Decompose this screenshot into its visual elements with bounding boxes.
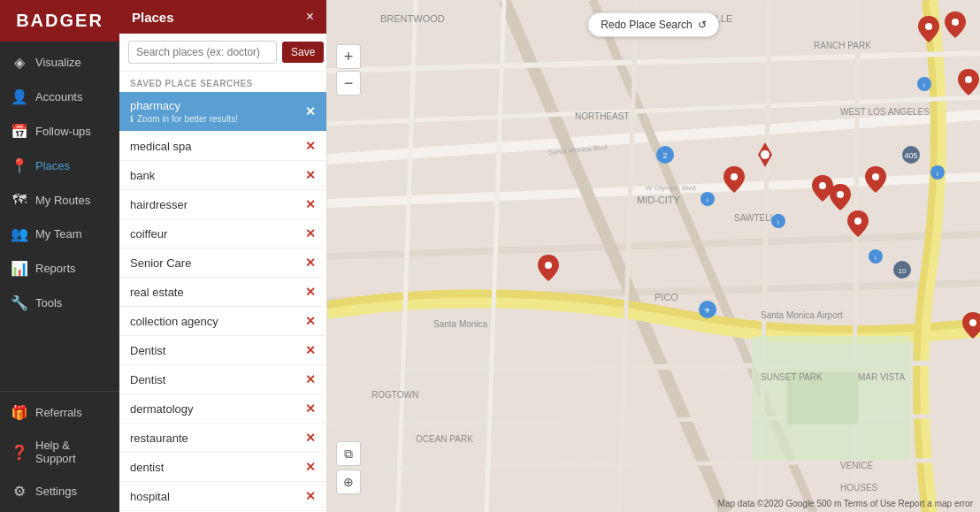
delete-search-button[interactable]: ✕ — [305, 489, 316, 503]
map-area[interactable]: BRENTWOOD SAWTELLE RANCH PARK NORTHEAST … — [327, 0, 980, 512]
place-list-item[interactable]: real estate✕ — [119, 278, 326, 307]
place-list-item[interactable]: medical spa✕ — [119, 132, 326, 161]
tools-icon: 🔧 — [11, 294, 28, 311]
place-list-item[interactable]: Dentist✕ — [119, 336, 326, 365]
svg-text:HOUSES: HOUSES — [840, 483, 878, 493]
delete-search-button[interactable]: ✕ — [305, 431, 316, 445]
map-layer-button[interactable]: ⧉ — [336, 441, 361, 466]
place-list-item[interactable]: bank✕ — [119, 161, 326, 190]
sidebar-item-label: My Team — [35, 227, 82, 241]
svg-point-47 — [837, 191, 844, 198]
place-list-item[interactable]: Senior Care✕ — [119, 248, 326, 278]
sidebar-item-accounts[interactable]: 👤 Accounts — [0, 80, 119, 114]
svg-text:MID-CITY: MID-CITY — [637, 195, 681, 205]
svg-text:W Olympic Blvd: W Olympic Blvd — [646, 184, 695, 192]
delete-search-button[interactable]: ✕ — [305, 197, 316, 211]
place-name: Dentist — [130, 344, 165, 357]
map-location-button[interactable]: ⊕ — [336, 470, 361, 494]
svg-point-52 — [969, 319, 976, 326]
svg-text:i: i — [707, 196, 708, 204]
sidebar-item-follow-ups[interactable]: 📅 Follow-ups — [0, 114, 119, 149]
sidebar-item-visualize[interactable]: ◈ Visualize — [0, 45, 119, 80]
sidebar-item-my-routes[interactable]: 🗺 My Routes — [0, 183, 119, 217]
my-routes-icon: 🗺 — [11, 192, 28, 208]
save-button[interactable]: Save — [282, 42, 324, 63]
svg-text:i: i — [923, 81, 925, 89]
place-name: dentist — [130, 461, 164, 474]
svg-text:ROGTOWN: ROGTOWN — [371, 390, 418, 400]
delete-search-button[interactable]: ✕ — [305, 314, 316, 328]
sidebar-item-tools[interactable]: 🔧 Tools — [0, 286, 119, 320]
delete-search-button[interactable]: ✕ — [305, 285, 316, 299]
places-close-button[interactable]: × — [306, 9, 314, 25]
place-list-item[interactable]: hairdresser✕ — [119, 190, 326, 219]
delete-search-button[interactable]: ✕ — [305, 372, 316, 386]
sidebar-item-help-support[interactable]: ❓ Help & Support — [0, 430, 119, 474]
places-icon: 📍 — [11, 157, 28, 174]
sidebar-item-label: Referrals — [35, 406, 82, 419]
place-list-item[interactable]: hospital✕ — [119, 482, 326, 511]
delete-search-button[interactable]: ✕ — [305, 460, 316, 474]
svg-text:405: 405 — [904, 151, 917, 160]
svg-point-48 — [872, 173, 879, 180]
svg-text:RANCH PARK: RANCH PARK — [814, 41, 871, 50]
delete-search-button[interactable]: ✕ — [305, 256, 316, 270]
sidebar-item-reports[interactable]: 📊 Reports — [0, 251, 119, 286]
sidebar-item-places[interactable]: 📍 Places — [0, 149, 119, 183]
places-search-row: Save — [119, 34, 326, 72]
sidebar-bottom: 🎁 Referrals ❓ Help & Support ⚙ Settings — [0, 391, 119, 512]
zoom-in-button[interactable]: + — [336, 44, 361, 69]
map-attribution: Map data ©2020 Google 500 m Terms of Use… — [718, 499, 973, 508]
svg-text:i: i — [937, 170, 938, 178]
delete-search-button[interactable]: ✕ — [305, 168, 316, 182]
place-list-item[interactable]: dentist✕ — [119, 453, 326, 482]
svg-text:WEST LOS ANGELES: WEST LOS ANGELES — [840, 107, 930, 117]
sidebar-item-referrals[interactable]: 🎁 Referrals — [0, 395, 119, 430]
svg-text:Santa Monica: Santa Monica — [433, 319, 488, 329]
sidebar-item-label: Help & Support — [35, 439, 109, 465]
places-header: Places × — [119, 0, 326, 34]
place-name: Dentist — [130, 373, 165, 386]
my-team-icon: 👥 — [11, 225, 28, 242]
place-list-item[interactable]: Dentist✕ — [119, 365, 326, 394]
svg-point-49 — [925, 23, 932, 30]
sidebar-item-label: Visualize — [35, 56, 81, 69]
place-name: bank — [130, 169, 155, 182]
delete-search-button[interactable]: ✕ — [305, 104, 316, 118]
svg-text:NORTHEAST: NORTHEAST — [575, 111, 630, 121]
place-list-item[interactable]: coiffeur✕ — [119, 219, 326, 248]
sidebar-item-label: My Routes — [35, 194, 90, 207]
redo-search-label: Redo Place Search — [601, 19, 692, 31]
delete-search-button[interactable]: ✕ — [305, 401, 316, 416]
place-list-item[interactable]: restaurante✕ — [119, 424, 326, 453]
place-name: collection agency — [130, 315, 218, 328]
svg-point-44 — [761, 150, 769, 159]
sidebar-item-settings[interactable]: ⚙ Settings — [0, 474, 119, 508]
place-hint: ℹ Zoom in for better results! — [130, 114, 238, 124]
visualize-icon: ◈ — [11, 54, 28, 71]
info-icon: ℹ — [130, 114, 134, 124]
zoom-out-button[interactable]: − — [336, 71, 361, 96]
search-input[interactable] — [128, 41, 277, 64]
place-list-item[interactable]: dermatology✕ — [119, 394, 326, 424]
redo-search-button[interactable]: Redo Place Search ↺ — [587, 12, 719, 37]
delete-search-button[interactable]: ✕ — [305, 139, 316, 153]
svg-text:VENICE: VENICE — [840, 461, 874, 470]
svg-text:SUNSET PARK: SUNSET PARK — [761, 372, 823, 382]
accounts-icon: 👤 — [11, 88, 28, 105]
sidebar-item-label: Settings — [35, 485, 77, 498]
help-support-icon: ❓ — [11, 444, 28, 461]
delete-search-button[interactable]: ✕ — [305, 343, 316, 357]
places-panel-title: Places — [132, 10, 174, 25]
svg-text:OCEAN PARK: OCEAN PARK — [416, 434, 473, 444]
sidebar-item-my-team[interactable]: 👥 My Team — [0, 217, 119, 251]
place-name: real estate — [130, 286, 184, 299]
delete-search-button[interactable]: ✕ — [305, 226, 316, 241]
reports-icon: 📊 — [11, 260, 28, 277]
place-list-item[interactable]: pharmacyℹ Zoom in for better results!✕ — [119, 92, 326, 132]
sidebar-item-label: Follow-ups — [35, 125, 91, 138]
sidebar-item-label: Accounts — [35, 90, 82, 103]
sidebar-item-label: Tools — [35, 296, 62, 309]
place-list-item[interactable]: collection agency✕ — [119, 307, 326, 336]
svg-point-54 — [854, 218, 861, 225]
